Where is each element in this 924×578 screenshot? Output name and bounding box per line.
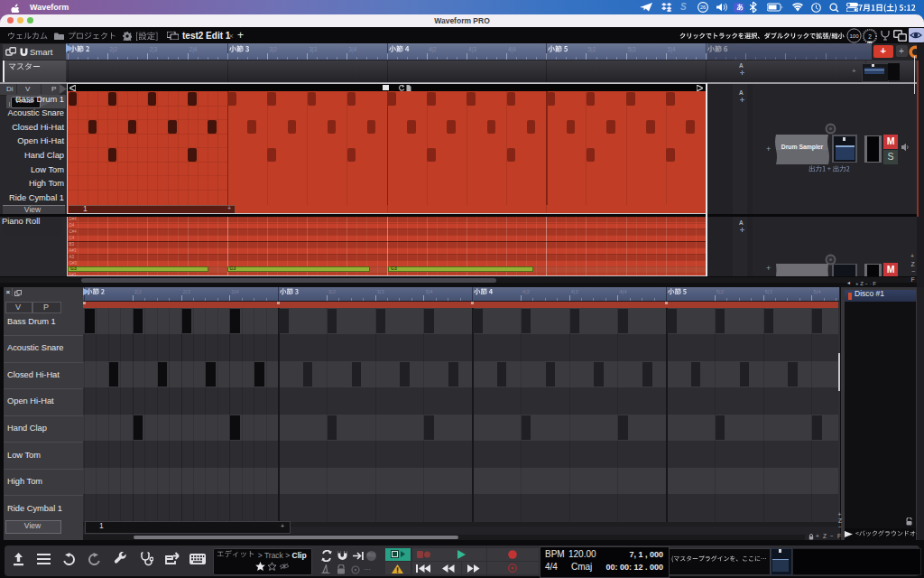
svg-text:2: 2 [868,33,872,39]
svg-text:26: 26 [700,5,706,10]
svg-text:100: 100 [849,33,859,39]
